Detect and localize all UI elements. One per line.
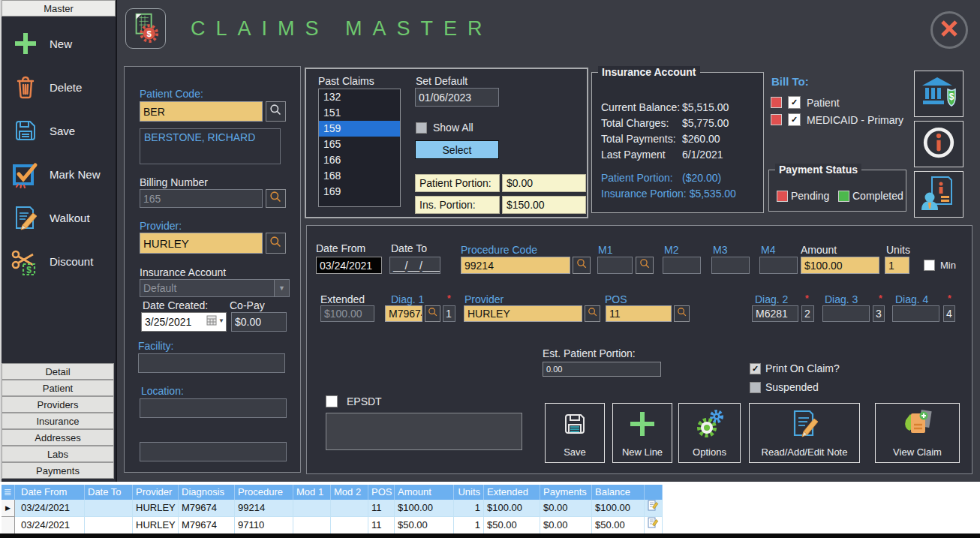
bill-to-patient-checkbox[interactable] <box>788 96 801 109</box>
discount-button[interactable]: $ Discount <box>11 245 116 278</box>
patient-portion-value[interactable]: $0.00 <box>502 174 586 192</box>
cell-mod2[interactable] <box>331 500 368 517</box>
options-button[interactable]: Options <box>678 403 741 463</box>
tab-master[interactable]: Master <box>2 0 116 17</box>
cell-diagnosis[interactable]: M79674 <box>179 517 235 534</box>
m1-input[interactable] <box>597 257 633 274</box>
cell-payments[interactable]: $0.00 <box>540 517 592 534</box>
epsdt-checkbox[interactable] <box>326 395 338 407</box>
suspended-checkbox[interactable] <box>750 382 761 393</box>
print-on-claim-checkbox[interactable] <box>750 363 761 374</box>
billing-number-search-button[interactable] <box>266 189 286 208</box>
ins-portion-value[interactable]: $150.00 <box>502 196 586 214</box>
show-all-checkbox[interactable]: Show All <box>416 122 473 134</box>
pos-input[interactable]: 11 <box>606 305 672 322</box>
m1-search-button[interactable] <box>636 257 654 274</box>
new-line-button[interactable]: New Line <box>612 403 672 463</box>
procedure-code-search-button[interactable] <box>573 257 591 274</box>
amount-input[interactable]: $100.00 <box>801 257 879 274</box>
cell-balance[interactable]: $50.00 <box>592 517 645 534</box>
cell-payments[interactable]: $0.00 <box>540 500 592 517</box>
cell-balance[interactable]: $100.00 <box>592 500 645 517</box>
list-item-selected[interactable]: 159 <box>319 121 400 137</box>
cell-date-from[interactable]: 03/24/2021 <box>15 517 85 534</box>
cell-date-from[interactable]: 03/24/2021 <box>15 500 85 517</box>
diag2-input[interactable]: M6281 <box>752 305 798 322</box>
line-save-button[interactable]: Save <box>545 403 605 463</box>
list-item[interactable]: 169 <box>319 184 400 200</box>
cell-units[interactable]: 1 <box>454 500 484 517</box>
list-item[interactable]: 151 <box>319 105 400 121</box>
bill-to-medicaid-checkbox[interactable] <box>788 113 801 126</box>
facility-input[interactable] <box>138 353 285 373</box>
insurance-account-select[interactable]: Default ▼ <box>140 279 290 297</box>
date-to-input[interactable]: __/__/____ <box>389 257 440 274</box>
mark-new-button[interactable]: Mark New <box>11 158 116 191</box>
sidebar-item-addresses[interactable]: Addresses <box>2 429 114 446</box>
sidebar-item-detail[interactable]: Detail <box>2 363 114 380</box>
past-claims-listbox[interactable]: 132 151 159 165 166 168 169 <box>318 89 401 207</box>
diag1-search-button[interactable] <box>425 305 440 322</box>
insurance-bank-button[interactable]: $ <box>914 71 963 117</box>
sidebar-item-labs[interactable]: Labs <box>2 446 114 462</box>
billing-number-input[interactable]: 165 <box>140 189 263 208</box>
provider-search-button[interactable] <box>266 233 286 254</box>
patient-code-search-button[interactable] <box>266 101 286 122</box>
table-row[interactable]: 03/24/2021 HURLEY M79674 97110 11 $50.00… <box>2 517 663 534</box>
cell-date-to[interactable] <box>85 517 133 534</box>
set-default-input[interactable]: 01/06/2023 <box>415 88 499 107</box>
row-note-icon[interactable] <box>645 517 663 534</box>
cell-pos[interactable]: 11 <box>368 500 395 517</box>
walkout-button[interactable]: Walkout <box>11 201 116 234</box>
sidebar-item-providers[interactable]: Providers <box>2 396 114 413</box>
provider-input[interactable]: HURLEY <box>140 233 263 254</box>
diag3-input[interactable] <box>822 305 870 322</box>
info-button[interactable] <box>914 121 963 167</box>
row-selector-arrow[interactable]: ▶ <box>2 500 15 517</box>
line-provider-search-button[interactable] <box>585 305 600 322</box>
read-add-edit-note-button[interactable]: Read/Add/Edit Note <box>749 403 860 463</box>
units-input[interactable]: 1 <box>885 257 909 274</box>
sidebar-item-payments[interactable]: Payments <box>2 462 114 479</box>
cell-amount[interactable]: $100.00 <box>395 500 454 517</box>
delete-button[interactable]: Delete <box>11 71 116 104</box>
cell-amount[interactable]: $50.00 <box>395 517 454 534</box>
cell-units[interactable]: 1 <box>454 517 484 534</box>
cell-mod2[interactable] <box>331 517 368 534</box>
cell-provider[interactable]: HURLEY <box>133 500 179 517</box>
close-button[interactable] <box>930 11 968 49</box>
list-item[interactable]: 168 <box>319 168 400 184</box>
new-button[interactable]: New <box>11 27 116 60</box>
list-item[interactable]: 132 <box>319 89 400 105</box>
m3-input[interactable] <box>711 257 750 274</box>
date-from-input[interactable]: 03/24/2021 <box>316 257 382 274</box>
cell-extended[interactable]: $50.00 <box>484 517 540 534</box>
cell-diagnosis[interactable]: M79674 <box>179 500 235 517</box>
cell-procedure[interactable]: 99214 <box>235 500 293 517</box>
min-checkbox[interactable] <box>924 260 935 271</box>
m4-input[interactable] <box>759 257 798 274</box>
list-item[interactable]: 165 <box>319 137 400 152</box>
sidebar-item-insurance[interactable]: Insurance <box>2 413 114 429</box>
m2-input[interactable] <box>663 257 701 274</box>
extended-input[interactable]: $100.00 <box>320 305 374 322</box>
extra-input[interactable] <box>140 442 287 461</box>
save-button[interactable]: Save <box>11 114 116 147</box>
list-item[interactable]: 166 <box>319 152 400 168</box>
pos-search-button[interactable] <box>674 305 690 322</box>
patient-info-button[interactable] <box>914 171 963 218</box>
cell-mod1[interactable] <box>293 500 331 517</box>
date-created-picker[interactable]: 3/25/2021 ▼ <box>141 312 227 332</box>
cell-extended[interactable]: $100.00 <box>484 500 540 517</box>
location-input[interactable] <box>140 398 287 418</box>
view-claim-button[interactable]: View Claim <box>875 403 960 463</box>
diag4-input[interactable] <box>892 305 939 322</box>
diag1-input[interactable]: M79674 <box>385 305 422 322</box>
table-row[interactable]: ▶ 03/24/2021 HURLEY M79674 99214 11 $100… <box>2 500 663 517</box>
cell-provider[interactable]: HURLEY <box>133 517 179 534</box>
est-patient-portion-input[interactable]: 0.00 <box>543 362 661 377</box>
copay-input[interactable]: $0.00 <box>231 312 287 332</box>
epsdt-textarea[interactable] <box>326 413 522 450</box>
line-provider-input[interactable]: HURLEY <box>464 305 582 322</box>
cell-procedure[interactable]: 97110 <box>235 517 293 534</box>
